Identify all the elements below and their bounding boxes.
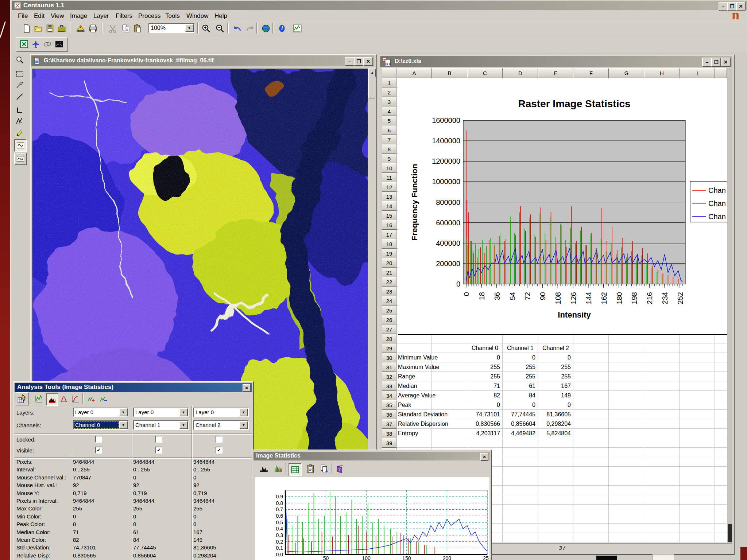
polyline-icon[interactable] xyxy=(14,116,25,127)
excel-scroll-thumb[interactable] xyxy=(728,524,732,542)
sheet-corner-cell[interactable] xyxy=(382,68,396,78)
row-header-15[interactable]: 15 xyxy=(382,211,396,220)
pointer-table-icon[interactable] xyxy=(16,392,29,405)
column-header-E[interactable]: E xyxy=(538,68,573,78)
line-icon[interactable] xyxy=(14,91,25,102)
dropdown-arrow-icon[interactable]: ▼ xyxy=(179,421,188,429)
image-window-titlebar[interactable]: G:\Kharkov data\Ivano-Frankovsk\iv-frank… xyxy=(31,55,374,66)
row-header-17[interactable]: 17 xyxy=(382,230,396,239)
help-book-icon[interactable]: ? xyxy=(334,463,346,475)
row-header-32[interactable]: 32 xyxy=(382,372,396,381)
excel-vscrollbar[interactable] xyxy=(727,68,732,552)
column-header-G[interactable]: G xyxy=(609,68,644,78)
chart-gauss-icon[interactable] xyxy=(58,393,69,404)
scissors-icon[interactable] xyxy=(107,23,119,34)
channel-dropdown-0[interactable]: Channel 0▼ xyxy=(73,420,128,430)
row-header-34[interactable]: 34 xyxy=(382,391,396,400)
chart-cumulative-icon[interactable] xyxy=(70,393,81,404)
excel-minimize-button[interactable]: – xyxy=(702,58,712,67)
row-header-1[interactable]: 1 xyxy=(382,78,396,88)
row-header-36[interactable]: 36 xyxy=(382,410,396,419)
dropdown-arrow-icon[interactable]: ▼ xyxy=(119,421,128,429)
row-header-38[interactable]: 38 xyxy=(382,429,396,438)
menu-item-view[interactable]: View xyxy=(49,12,66,20)
row-header-8[interactable]: 8 xyxy=(382,144,396,154)
menu-item-filters[interactable]: Filters xyxy=(114,12,134,20)
row-header-9[interactable]: 9 xyxy=(382,154,396,163)
visible-checkbox-1[interactable]: ✓ xyxy=(155,447,162,454)
imagestats-titlebar[interactable]: Image Statistics ✕ xyxy=(253,452,490,460)
zoom-level-combobox[interactable]: 100%▼ xyxy=(148,23,194,33)
copy-page-icon[interactable] xyxy=(318,463,330,475)
row-header-30[interactable]: 30 xyxy=(382,353,396,362)
printer-icon[interactable] xyxy=(87,23,99,34)
row-header-26[interactable]: 26 xyxy=(382,315,396,324)
menu-item-file[interactable]: File xyxy=(16,12,29,20)
chart-add-icon[interactable] xyxy=(85,393,96,404)
imagestats-close-button[interactable]: ✕ xyxy=(480,453,488,461)
paste-icon[interactable] xyxy=(132,23,143,34)
menu-item-window[interactable]: Window xyxy=(185,12,210,20)
open-folder-icon[interactable] xyxy=(32,23,44,34)
row-header-11[interactable]: 11 xyxy=(382,173,396,182)
dropdown-arrow-icon[interactable]: ▼ xyxy=(239,421,248,429)
wave-icon[interactable] xyxy=(14,139,27,152)
row-header-6[interactable]: 6 xyxy=(382,125,396,135)
new-document-icon[interactable] xyxy=(21,23,32,34)
image-thumb-icon[interactable] xyxy=(54,39,65,50)
row-header-24[interactable]: 24 xyxy=(382,296,396,306)
row-header-14[interactable]: 14 xyxy=(382,201,396,211)
row-header-5[interactable]: 5 xyxy=(382,116,396,125)
chart-object[interactable]: 0200000400000600000800000100000012000001… xyxy=(398,79,727,335)
chart-subtract-icon[interactable] xyxy=(98,393,109,404)
row-header-16[interactable]: 16 xyxy=(382,220,396,230)
briefcase-icon[interactable] xyxy=(56,23,67,34)
row-header-3[interactable]: 3 xyxy=(382,97,396,106)
layer-dropdown-1[interactable]: Layer 0▼ xyxy=(133,408,189,417)
row-header-31[interactable]: 31 xyxy=(382,362,396,372)
dropdown-arrow-icon[interactable]: ▼ xyxy=(239,408,248,416)
excel-close-button[interactable]: ✕ xyxy=(721,58,731,67)
histogram-black-icon[interactable] xyxy=(258,463,270,475)
image-close-button[interactable]: ✕ xyxy=(363,57,373,66)
copy-icon[interactable] xyxy=(120,23,132,34)
wave-icon[interactable] xyxy=(14,153,27,165)
column-header-D[interactable]: D xyxy=(503,68,538,78)
locked-checkbox-2[interactable] xyxy=(216,436,222,443)
locked-checkbox-1[interactable] xyxy=(155,436,162,443)
channel-dropdown-1[interactable]: Channel 1▼ xyxy=(133,420,189,430)
dropdown-arrow-icon[interactable]: ▼ xyxy=(119,408,128,416)
visible-checkbox-2[interactable]: ✓ xyxy=(216,447,222,454)
menu-item-layer[interactable]: Layer xyxy=(92,12,111,20)
row-header-28[interactable]: 28 xyxy=(382,334,396,343)
visible-checkbox-0[interactable]: ✓ xyxy=(95,447,102,454)
row-header-21[interactable]: 21 xyxy=(382,268,396,277)
zoom-dropdown-arrow-icon[interactable]: ▼ xyxy=(185,24,194,32)
main-titlebar[interactable]: Centaurus 1.1 – ❐ ✕ xyxy=(12,1,747,10)
image-scroll-thumb[interactable] xyxy=(368,76,375,98)
layer-dropdown-2[interactable]: Layer 0▼ xyxy=(193,408,249,417)
row-header-25[interactable]: 25 xyxy=(382,306,396,315)
analysis-titlebar[interactable]: Analysis Tools (Image Statistics) ✕ xyxy=(15,383,252,392)
magnifier-icon[interactable] xyxy=(14,55,25,66)
column-header-A[interactable]: A xyxy=(396,68,432,78)
locked-checkbox-0[interactable] xyxy=(95,436,102,443)
menu-item-process[interactable]: Process xyxy=(137,12,162,20)
airplane-icon[interactable] xyxy=(30,39,41,50)
row-header-19[interactable]: 19 xyxy=(382,249,396,258)
row-header-7[interactable]: 7 xyxy=(382,135,396,144)
row-header-12[interactable]: 12 xyxy=(382,182,396,192)
row-header-18[interactable]: 18 xyxy=(382,239,396,249)
row-header-39[interactable]: 39 xyxy=(382,438,396,448)
row-header-33[interactable]: 33 xyxy=(382,381,396,391)
chart-tool-icon[interactable] xyxy=(291,23,303,34)
row-header-20[interactable]: 20 xyxy=(382,258,396,268)
zoom-in-icon[interactable] xyxy=(200,23,212,34)
menu-item-edit[interactable]: Edit xyxy=(32,12,46,20)
corner-icon[interactable] xyxy=(14,105,25,116)
redo-icon[interactable] xyxy=(244,23,256,34)
layer-dropdown-0[interactable]: Layer 0▼ xyxy=(73,408,128,417)
grid-table-icon[interactable] xyxy=(289,463,302,476)
channel-dropdown-2[interactable]: Channel 2▼ xyxy=(193,420,249,430)
info-icon[interactable]: i xyxy=(276,23,288,34)
